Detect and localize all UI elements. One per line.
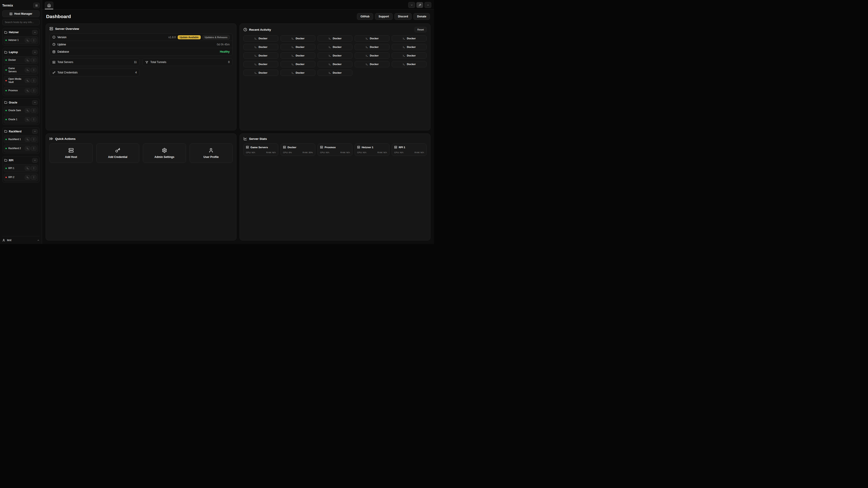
activity-item-button[interactable]: Docker xyxy=(318,61,352,67)
github-button[interactable]: GitHub xyxy=(357,13,373,20)
discord-button[interactable]: Discord xyxy=(395,13,412,20)
ram-value: RAM: 30% xyxy=(303,151,313,154)
update-available-badge[interactable]: Update Available xyxy=(178,35,201,39)
host-menu-button[interactable] xyxy=(31,58,36,62)
host-item[interactable]: RPI 1 xyxy=(4,164,38,172)
activity-item-button[interactable]: Docker xyxy=(243,44,278,50)
terminal-icon xyxy=(403,37,405,40)
reset-button[interactable]: Reset xyxy=(414,27,427,32)
tab-home[interactable] xyxy=(45,2,53,9)
activity-item-button[interactable]: Docker xyxy=(318,35,352,41)
host-item[interactable]: RPI 2 xyxy=(4,173,38,181)
activity-item-label: Docker xyxy=(407,54,416,57)
activity-item-button[interactable]: Docker xyxy=(355,35,390,41)
open-terminal-button[interactable] xyxy=(25,175,30,180)
activity-item-button[interactable]: Docker xyxy=(243,61,278,67)
donate-button[interactable]: Donate xyxy=(413,13,430,20)
chevron-up-button[interactable] xyxy=(425,2,431,8)
status-dot xyxy=(5,110,7,111)
activity-item-button[interactable]: Docker xyxy=(392,53,427,59)
updates-releases-badge[interactable]: Updates & Releases xyxy=(203,35,230,39)
host-menu-button[interactable] xyxy=(31,175,36,180)
host-item[interactable]: RackNerd 1 xyxy=(4,135,38,143)
chevron-down-button[interactable] xyxy=(408,2,415,8)
host-item[interactable]: Oracle Sam xyxy=(4,107,38,114)
server-stat-card[interactable]: ProxmoxCPU: N/ARAM: N/A xyxy=(318,143,352,156)
open-terminal-button[interactable] xyxy=(25,137,30,142)
group-collapse-button[interactable] xyxy=(32,50,37,55)
host-item[interactable]: Hetzner 1 xyxy=(4,36,38,44)
open-terminal-button[interactable] xyxy=(25,88,30,93)
info-label: Database xyxy=(53,50,220,53)
activity-item-button[interactable]: Docker xyxy=(243,53,278,59)
activity-item-button[interactable]: Docker xyxy=(281,35,315,41)
open-terminal-button[interactable] xyxy=(25,166,30,170)
open-terminal-button[interactable] xyxy=(25,78,30,83)
activity-item-button[interactable]: Docker xyxy=(355,44,390,50)
activity-item-button[interactable]: Docker xyxy=(355,61,390,67)
host-item[interactable]: Docker xyxy=(4,56,38,64)
activity-item-button[interactable]: Docker xyxy=(281,70,315,76)
host-item[interactable]: Proxmox xyxy=(4,87,38,94)
activity-item-button[interactable]: Docker xyxy=(318,70,352,76)
open-terminal-button[interactable] xyxy=(25,58,30,62)
group-collapse-button[interactable] xyxy=(32,30,37,35)
host-menu-button[interactable] xyxy=(31,166,36,170)
search-input[interactable] xyxy=(2,19,39,25)
server-stat-name: Docker xyxy=(287,146,296,149)
host-menu-button[interactable] xyxy=(31,146,36,151)
activity-item-button[interactable]: Docker xyxy=(392,35,427,41)
server-stat-metrics: CPU: N/ARAM: N/A xyxy=(320,151,350,154)
admin-settings-button[interactable]: Admin Settings xyxy=(143,143,186,163)
activity-item-button[interactable]: Docker xyxy=(281,61,315,67)
info-value: v1.8.0 xyxy=(168,36,176,39)
activity-item-button[interactable]: Docker xyxy=(281,53,315,59)
host-menu-button[interactable] xyxy=(31,117,36,122)
open-terminal-button[interactable] xyxy=(25,38,30,42)
activity-item-button[interactable]: Docker xyxy=(243,35,278,41)
activity-item-button[interactable]: Docker xyxy=(392,44,427,50)
activity-item-button[interactable]: Docker xyxy=(243,70,278,76)
host-menu-button[interactable] xyxy=(31,78,36,83)
activity-item-button[interactable]: Docker xyxy=(392,61,427,67)
group-collapse-button[interactable] xyxy=(32,158,37,163)
group-collapse-button[interactable] xyxy=(32,129,37,134)
open-terminal-button[interactable] xyxy=(25,108,30,113)
terminal-icon xyxy=(329,46,331,48)
activity-item-button[interactable]: Docker xyxy=(318,44,352,50)
hamburger-icon xyxy=(35,4,38,7)
host-item[interactable]: Open Media Vault xyxy=(4,76,38,85)
activity-item-label: Docker xyxy=(333,63,342,66)
server-stat-card[interactable]: Game ServersCPU: N/ARAM: N/A xyxy=(243,143,278,156)
group-collapse-button[interactable] xyxy=(32,100,37,105)
host-menu-button[interactable] xyxy=(31,137,36,142)
server-stat-card[interactable]: DockerCPU: 6%RAM: 30% xyxy=(281,143,315,156)
user-footer[interactable]: test xyxy=(2,236,39,242)
server-stat-header: Docker xyxy=(283,146,313,149)
add-credential-button[interactable]: Add Credential xyxy=(96,143,140,163)
activity-item-button[interactable]: Docker xyxy=(281,44,315,50)
open-terminal-button[interactable] xyxy=(25,68,30,72)
host-menu-button[interactable] xyxy=(31,68,36,72)
user-icon xyxy=(2,239,5,242)
host-menu-button[interactable] xyxy=(31,88,36,93)
open-terminal-button[interactable] xyxy=(25,146,30,151)
server-stat-card[interactable]: Hetzner 1CPU: N/ARAM: N/A xyxy=(355,143,390,156)
support-button[interactable]: Support xyxy=(375,13,393,20)
host-manager-button[interactable]: Host Manager xyxy=(2,10,39,17)
host-menu-button[interactable] xyxy=(31,108,36,113)
host-menu-button[interactable] xyxy=(31,38,36,42)
wrench-button[interactable] xyxy=(416,2,423,8)
dots-vertical-icon xyxy=(33,147,35,150)
sidebar-menu-button[interactable] xyxy=(33,3,39,8)
host-item[interactable]: Game Servers xyxy=(4,65,38,74)
user-profile-button[interactable]: User Profile xyxy=(190,143,233,163)
server-stat-card[interactable]: RPI 1CPU: N/ARAM: N/A xyxy=(392,143,427,156)
open-terminal-button[interactable] xyxy=(25,117,30,122)
host-item[interactable]: RackNerd 2 xyxy=(4,144,38,152)
host-item[interactable]: Oracle 1 xyxy=(4,116,38,123)
add-host-button[interactable]: Add Host xyxy=(50,143,93,163)
activity-item-button[interactable]: Docker xyxy=(355,53,390,59)
activity-item-button[interactable]: Docker xyxy=(318,53,352,59)
stat-box: Total Credentials4 xyxy=(50,69,140,76)
